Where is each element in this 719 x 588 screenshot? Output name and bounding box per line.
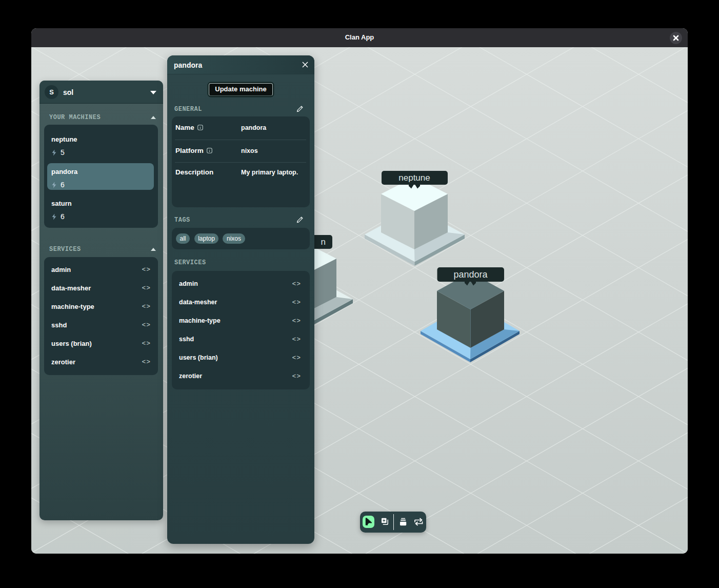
svg-text:n: n [321, 237, 326, 247]
svg-text:pandora: pandora [453, 269, 488, 280]
svg-text:neptune: neptune [398, 173, 430, 183]
